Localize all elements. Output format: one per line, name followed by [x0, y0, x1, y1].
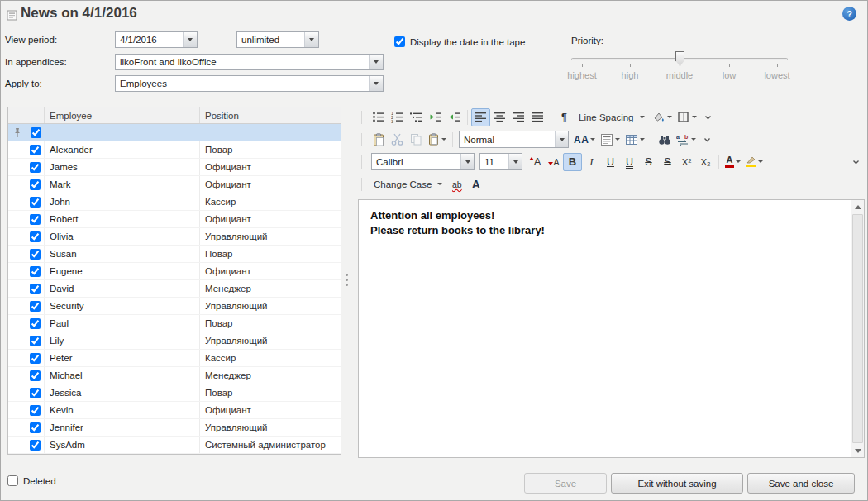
row-checkbox[interactable] — [30, 422, 41, 433]
row-checkbox[interactable] — [30, 440, 41, 451]
row-checkbox[interactable] — [30, 249, 41, 260]
table-row[interactable]: Susan Повар — [8, 246, 341, 263]
table-row[interactable]: James Официант — [8, 159, 341, 176]
chevron-down-icon[interactable] — [304, 32, 318, 47]
double-strikethrough-button[interactable]: S — [658, 153, 677, 171]
chevron-down-icon[interactable] — [369, 76, 383, 91]
multilevel-list-button[interactable] — [407, 108, 426, 126]
priority-slider[interactable] — [571, 49, 788, 70]
table-row[interactable]: SysAdm Системный администратор — [8, 437, 341, 454]
cut-button[interactable] — [388, 131, 407, 149]
show-marks-button[interactable]: ¶ — [555, 108, 574, 126]
select-all-checkbox[interactable] — [31, 127, 41, 138]
table-row[interactable]: Eugene Официант — [8, 263, 341, 280]
replace-button[interactable]: ab — [674, 131, 699, 149]
row-checkbox[interactable] — [30, 301, 41, 312]
copy-button[interactable] — [407, 131, 426, 149]
deleted-checkbox[interactable] — [7, 475, 18, 486]
decrease-indent-button[interactable] — [426, 108, 445, 126]
table-row[interactable]: Lily Управляющий — [8, 332, 341, 350]
column-header-position[interactable]: Position — [200, 107, 341, 123]
style-combo[interactable]: Normal — [459, 131, 569, 148]
subscript-button[interactable]: X₂ — [696, 153, 715, 171]
save-button[interactable]: Save — [524, 473, 607, 494]
table-row[interactable]: Paul Повар — [8, 315, 341, 332]
text-frame-button[interactable] — [598, 131, 622, 149]
row-checkbox[interactable] — [30, 214, 41, 225]
scroll-up-button[interactable] — [851, 200, 864, 213]
display-date-option[interactable]: Display the date in the tape — [394, 36, 525, 47]
chevron-down-icon[interactable] — [508, 154, 522, 169]
font-size-combo[interactable]: 11 — [479, 153, 522, 170]
font-dialog-button[interactable]: A — [466, 175, 485, 193]
save-and-close-button[interactable]: Save and close — [747, 473, 855, 494]
table-row[interactable]: Jessica Повар — [8, 384, 341, 402]
increase-indent-button[interactable] — [445, 108, 464, 126]
table-button[interactable] — [622, 131, 647, 149]
row-checkbox[interactable] — [30, 197, 41, 208]
view-period-combo[interactable]: 4/1/2016 — [115, 31, 198, 48]
table-row[interactable]: Security Управляющий — [8, 298, 341, 315]
select-all-row[interactable] — [8, 124, 341, 141]
align-center-button[interactable] — [490, 108, 509, 126]
toolbar-overflow-chevron-icon[interactable] — [703, 136, 711, 143]
numbering-button[interactable]: 123 — [388, 108, 407, 126]
row-checkbox[interactable] — [30, 318, 41, 329]
justify-button[interactable] — [528, 108, 547, 126]
row-checkbox[interactable] — [30, 405, 41, 416]
underline-button[interactable]: U — [601, 153, 620, 171]
column-header-employee[interactable]: Employee — [45, 107, 200, 123]
chevron-down-icon[interactable] — [183, 32, 197, 47]
editor-scrollbar[interactable] — [851, 200, 864, 457]
shrink-font-button[interactable]: A — [544, 153, 563, 171]
superscript-button[interactable]: X² — [677, 153, 696, 171]
apply-to-combo[interactable]: Employees — [115, 75, 384, 92]
align-right-button[interactable] — [509, 108, 528, 126]
row-checkbox[interactable] — [30, 162, 41, 173]
editor-content-area[interactable]: Attention all employees! Please return b… — [358, 199, 865, 458]
paste-options-button[interactable] — [426, 131, 449, 149]
table-row[interactable]: Michael Менеджер — [8, 367, 341, 384]
table-row[interactable]: Jennifer Управляющий — [8, 419, 341, 437]
row-checkbox[interactable] — [30, 145, 41, 155]
help-icon[interactable]: ? — [842, 7, 856, 21]
line-spacing-button[interactable]: Line Spacing — [574, 108, 650, 126]
row-checkbox[interactable] — [30, 370, 41, 381]
table-row[interactable]: John Кассир — [8, 193, 341, 211]
font-name-combo[interactable]: Calibri — [371, 153, 475, 170]
row-checkbox[interactable] — [30, 353, 41, 364]
editor-text[interactable]: Attention all employees! Please return b… — [359, 200, 864, 246]
paste-button[interactable] — [369, 131, 388, 149]
italic-button[interactable]: I — [582, 153, 601, 171]
table-row[interactable]: Mark Официант — [8, 176, 341, 193]
table-row[interactable]: Olivia Управляющий — [8, 228, 341, 246]
strikethrough-button[interactable]: S — [639, 153, 658, 171]
display-date-checkbox[interactable] — [394, 36, 405, 47]
splitter-handle[interactable] — [346, 274, 348, 286]
row-checkbox[interactable] — [30, 284, 41, 294]
toolbar-overflow-chevron-icon[interactable] — [704, 114, 712, 121]
change-case-button[interactable]: Change Case — [369, 175, 447, 193]
font-color-button[interactable]: A — [723, 153, 743, 171]
bold-button[interactable]: B — [563, 153, 582, 171]
grow-font-button[interactable]: A — [525, 153, 544, 171]
row-checkbox[interactable] — [30, 266, 41, 277]
deleted-option[interactable]: Deleted — [7, 475, 56, 486]
highlight-button[interactable] — [743, 153, 765, 171]
table-row[interactable]: Peter Кассир — [8, 350, 341, 367]
bullets-button[interactable] — [369, 108, 388, 126]
table-row[interactable]: Robert Официант — [8, 211, 341, 228]
shading-button[interactable] — [650, 108, 675, 126]
scroll-down-button[interactable] — [851, 444, 864, 457]
find-button[interactable] — [655, 131, 674, 149]
row-checkbox[interactable] — [30, 388, 41, 398]
toolbar-collapse-chevron-icon[interactable] — [852, 159, 860, 165]
spelling-button[interactable]: ab — [447, 175, 466, 193]
appendices-combo[interactable]: iikoFront and iikoOffice — [115, 54, 384, 70]
chevron-down-icon[interactable] — [460, 154, 474, 169]
exit-without-saving-button[interactable]: Exit without saving — [611, 473, 743, 494]
table-row[interactable]: David Менеджер — [8, 280, 341, 298]
row-checkbox[interactable] — [30, 179, 41, 190]
chevron-down-icon[interactable] — [555, 131, 568, 147]
table-row[interactable]: Kevin Официант — [8, 402, 341, 419]
